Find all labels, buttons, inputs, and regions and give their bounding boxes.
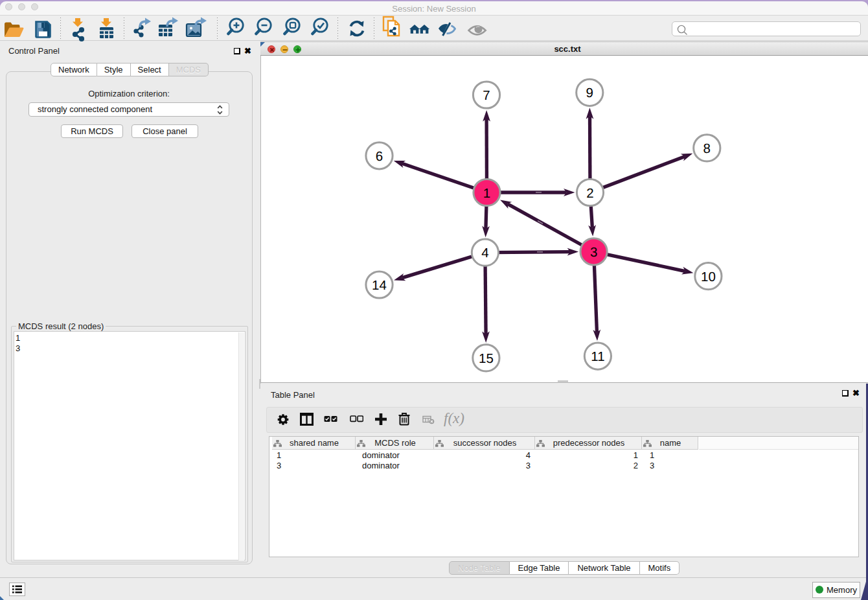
svg-text:3: 3 [590,245,597,260]
svg-text:7: 7 [483,88,490,103]
svg-text:14: 14 [372,278,387,293]
svg-text:15: 15 [479,351,494,366]
svg-text:4: 4 [481,246,488,260]
svg-text:6: 6 [376,149,383,164]
svg-text:8: 8 [703,141,711,156]
svg-text:2: 2 [586,186,593,201]
svg-text:11: 11 [591,349,604,364]
svg-text:10: 10 [701,270,716,284]
svg-text:1: 1 [483,186,490,201]
svg-text:9: 9 [586,86,593,100]
